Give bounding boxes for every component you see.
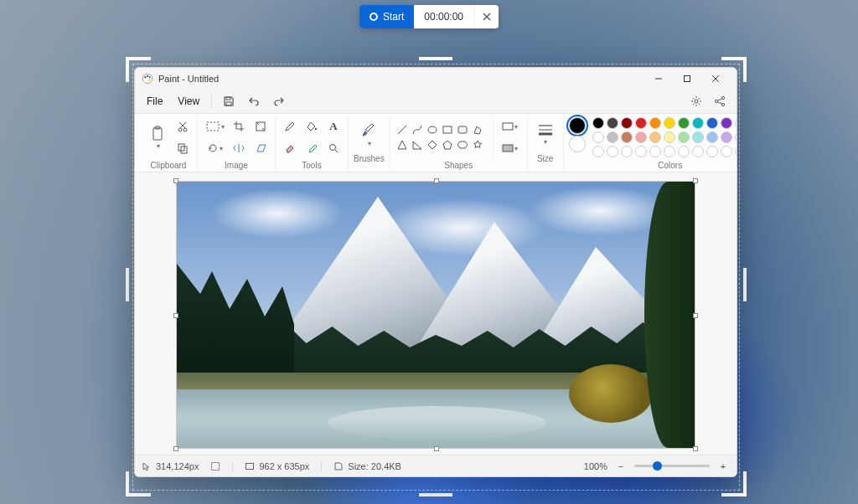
titlebar[interactable]: Paint - Untitled [135, 68, 737, 90]
canvas-area[interactable] [135, 172, 737, 455]
shape-star-icon[interactable] [471, 138, 484, 152]
color-secondary[interactable] [569, 136, 586, 152]
color-swatch[interactable] [692, 131, 704, 143]
text-tool[interactable]: A [324, 117, 343, 136]
skew-tool[interactable] [251, 139, 270, 157]
color-swatch-empty[interactable] [678, 146, 690, 157]
color-swatch[interactable] [621, 117, 633, 129]
shape-triangle-icon[interactable] [395, 138, 409, 152]
color-swatch-empty[interactable] [692, 146, 704, 157]
shape-outline-button[interactable]: ▾ [499, 117, 522, 136]
color-swatch[interactable] [649, 117, 661, 129]
color-swatch[interactable] [678, 131, 690, 143]
color-swatch[interactable] [607, 117, 618, 129]
magnifier-tool[interactable] [324, 139, 343, 157]
capture-handle-right[interactable] [743, 268, 747, 301]
color-swatch-empty[interactable] [721, 146, 732, 157]
save-button[interactable] [217, 91, 240, 111]
capture-handle-left[interactable] [126, 268, 129, 301]
brushes-label: Brushes [354, 154, 385, 163]
paste-button[interactable]: ▾ [145, 121, 170, 154]
color-swatch[interactable] [706, 131, 718, 143]
color-swatch[interactable] [664, 131, 675, 143]
color-swatch[interactable] [649, 131, 661, 143]
copy-button[interactable] [173, 139, 192, 157]
eraser-tool[interactable] [281, 139, 299, 157]
canvas-handle[interactable] [693, 313, 698, 318]
shape-roundrect-icon[interactable] [456, 123, 469, 136]
canvas[interactable] [176, 181, 695, 449]
recorder-close-button[interactable] [473, 5, 499, 28]
canvas-handle[interactable] [434, 178, 439, 183]
recorder-start-button[interactable]: Start [359, 5, 414, 28]
color-swatch-empty[interactable] [607, 146, 618, 157]
svg-rect-24 [458, 126, 467, 133]
shape-pentagon-icon[interactable] [441, 138, 454, 152]
color-swatch[interactable] [664, 117, 675, 129]
color-swatch[interactable] [607, 131, 618, 143]
shape-polygon-icon[interactable] [471, 123, 484, 136]
crop-tool[interactable] [230, 117, 248, 136]
canvas-handle[interactable] [434, 446, 439, 451]
rotate-tool[interactable]: ▾ [203, 139, 226, 157]
zoom-slider[interactable] [634, 465, 710, 467]
redo-button[interactable] [267, 91, 291, 111]
shape-hexagon-icon[interactable] [456, 138, 469, 152]
shape-fill-button[interactable]: ▾ [499, 139, 522, 157]
cut-button[interactable] [173, 117, 192, 136]
color-swatch[interactable] [592, 131, 604, 143]
shape-right-triangle-icon[interactable] [411, 138, 424, 152]
color-swatch[interactable] [721, 117, 732, 129]
canvas-handle[interactable] [173, 178, 178, 183]
zoom-out-button[interactable]: − [614, 461, 628, 471]
flip-tool[interactable] [230, 139, 248, 157]
shape-curve-icon[interactable] [411, 123, 424, 136]
undo-button[interactable] [242, 91, 266, 111]
color-swatch[interactable] [592, 117, 604, 129]
window-close-button[interactable] [701, 68, 730, 90]
color-swatch-empty[interactable] [735, 146, 737, 157]
eyedropper-tool[interactable] [302, 139, 321, 157]
color-swatch[interactable] [635, 131, 647, 143]
ribbon-group-clipboard: ▾ Clipboard [140, 117, 197, 170]
color-swatch[interactable] [735, 131, 737, 143]
color-swatch-empty[interactable] [649, 146, 661, 157]
color-swatch-empty[interactable] [706, 146, 718, 157]
share-button[interactable] [708, 91, 731, 111]
menu-view[interactable]: View [171, 92, 206, 111]
shape-oval-icon[interactable] [426, 123, 439, 136]
color-swatch[interactable] [735, 117, 737, 129]
canvas-handle[interactable] [693, 178, 698, 183]
color-swatch[interactable] [678, 117, 690, 129]
menu-file[interactable]: File [140, 92, 169, 111]
color-swatch-empty[interactable] [664, 146, 675, 157]
window-minimize-button[interactable] [644, 68, 673, 90]
capture-handle-top[interactable] [419, 57, 452, 60]
capture-handle-bottom[interactable] [419, 493, 452, 496]
shapes-gallery[interactable] [395, 123, 484, 152]
window-maximize-button[interactable] [673, 68, 701, 90]
select-tool[interactable]: ▾ [203, 117, 226, 136]
shape-line-icon[interactable] [395, 123, 409, 136]
color-swatch-empty[interactable] [592, 146, 604, 157]
shape-diamond-icon[interactable] [426, 138, 439, 152]
size-button[interactable]: ▾ [533, 117, 558, 151]
color-swatch[interactable] [721, 131, 732, 143]
canvas-handle[interactable] [173, 446, 178, 451]
canvas-handle[interactable] [693, 446, 698, 451]
pencil-tool[interactable] [281, 117, 299, 136]
canvas-handle[interactable] [173, 313, 178, 318]
color-swatch-empty[interactable] [635, 146, 647, 157]
brushes-button[interactable]: ▾ [356, 117, 381, 151]
color-primary[interactable] [569, 117, 586, 134]
fill-tool[interactable] [302, 117, 321, 136]
color-swatch[interactable] [635, 117, 647, 129]
zoom-in-button[interactable]: + [716, 461, 730, 471]
shape-rect-icon[interactable] [441, 123, 454, 136]
color-swatch[interactable] [692, 117, 704, 129]
resize-tool[interactable] [251, 117, 270, 136]
color-swatch[interactable] [706, 117, 718, 129]
color-swatch[interactable] [621, 131, 633, 143]
color-swatch-empty[interactable] [621, 146, 633, 157]
settings-button[interactable] [685, 91, 708, 111]
